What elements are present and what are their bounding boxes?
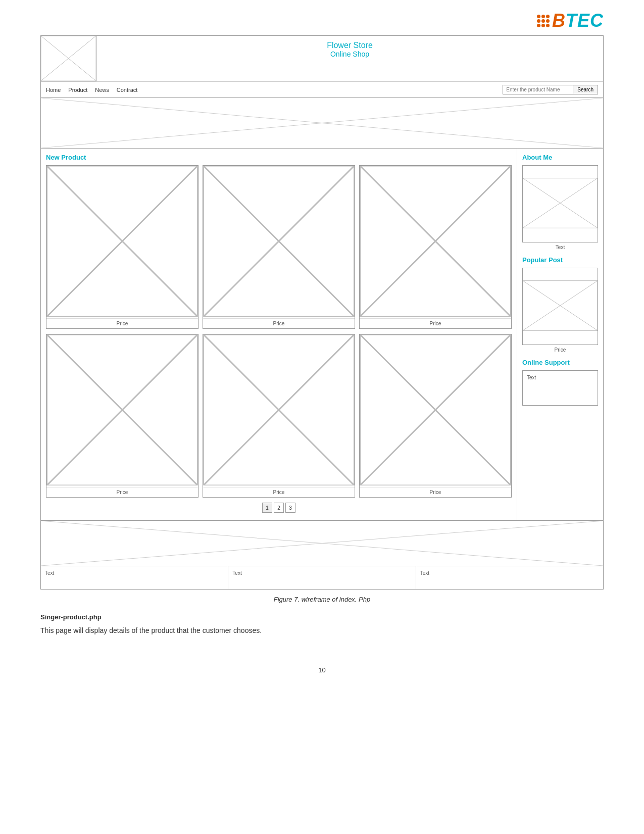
logo-area: BTEC: [40, 10, 604, 31]
product-item-4[interactable]: Price: [46, 334, 199, 498]
about-me-placeholder: [523, 166, 598, 240]
about-me-img: [522, 165, 598, 242]
bottom-footer: Text Text Text: [41, 566, 603, 589]
section-heading: Singer-product.php: [40, 613, 604, 621]
nav-contract[interactable]: Contract: [117, 87, 138, 93]
product-price-2: Price: [203, 319, 355, 328]
about-me-title: About Me: [522, 154, 598, 161]
footer-banner: [41, 521, 603, 566]
online-support-box: Text: [522, 370, 598, 406]
popular-post-price: Price: [522, 347, 598, 353]
online-support-section: Online Support Text: [522, 359, 598, 406]
page-btn-1[interactable]: 1: [262, 503, 272, 513]
nav-product[interactable]: Product: [68, 87, 87, 93]
wireframe-container: Flower Store Online Shop Home Product Ne…: [40, 35, 604, 590]
footer-col-3: Text: [416, 566, 603, 589]
footer-col-2: Text: [228, 566, 416, 589]
product-price-3: Price: [360, 319, 511, 328]
product-placeholder-svg-3: [360, 166, 511, 317]
nav-links: Home Product News Contract: [46, 87, 503, 93]
search-button[interactable]: Search: [573, 85, 598, 94]
product-item-6[interactable]: Price: [359, 334, 512, 498]
product-img-4: [46, 334, 198, 487]
page-btn-3[interactable]: 3: [285, 503, 295, 513]
product-price-1: Price: [46, 319, 198, 328]
header-logo-box: [41, 36, 96, 81]
product-placeholder-svg-2: [203, 166, 355, 317]
product-img-2: [203, 166, 355, 319]
about-me-section: About Me Text: [522, 154, 598, 250]
footer-text-3: Text: [420, 570, 429, 576]
product-item-1[interactable]: Price: [46, 165, 199, 329]
nav-home[interactable]: Home: [46, 87, 61, 93]
product-img-1: [46, 166, 198, 319]
store-name: Flower Store: [96, 41, 603, 50]
online-support-text: Text: [527, 375, 593, 380]
online-support-title: Online Support: [522, 359, 598, 366]
banner-placeholder: [41, 98, 603, 148]
product-price-6: Price: [360, 487, 511, 497]
right-panel: About Me Text Popular Post: [517, 149, 603, 520]
product-grid-row2: Price Price: [46, 334, 512, 498]
nav-news[interactable]: News: [95, 87, 109, 93]
popular-post-title: Popular Post: [522, 256, 598, 264]
about-me-text: Text: [522, 244, 598, 250]
new-product-title: New Product: [46, 154, 512, 161]
product-item-3[interactable]: Price: [359, 165, 512, 329]
page-number: 10: [40, 666, 604, 674]
product-img-6: [360, 334, 511, 487]
nav-bar: Home Product News Contract Search: [41, 81, 603, 97]
product-grid-row1: Price Price: [46, 165, 512, 329]
btec-dots: [537, 15, 550, 27]
popular-post-placeholder: [523, 268, 598, 343]
header-section: Flower Store Online Shop Home Product Ne…: [41, 36, 603, 98]
product-item-2[interactable]: Price: [203, 165, 355, 329]
banner-area: [41, 98, 603, 149]
btec-text: BTEC: [552, 10, 604, 31]
search-area: Search: [503, 85, 598, 94]
pagination: 1 2 3: [46, 503, 512, 513]
product-placeholder-svg-4: [46, 334, 198, 485]
footer-banner-placeholder: [41, 521, 603, 566]
product-item-5[interactable]: Price: [203, 334, 355, 498]
footer-col-1: Text: [41, 566, 228, 589]
product-img-3: [360, 166, 511, 319]
product-img-5: [203, 334, 355, 487]
product-price-4: Price: [46, 487, 198, 497]
figure-caption: Figure 7. wireframe of index. Php: [40, 596, 604, 603]
product-placeholder-svg-1: [46, 166, 198, 317]
header-top: Flower Store Online Shop: [41, 36, 603, 81]
logo-placeholder-svg: [41, 36, 96, 81]
popular-post-section: Popular Post Price: [522, 256, 598, 353]
footer-text-2: Text: [232, 570, 241, 576]
popular-post-img: [522, 268, 598, 345]
left-panel: New Product Price: [41, 149, 517, 520]
product-price-5: Price: [203, 487, 355, 497]
product-placeholder-svg-5: [203, 334, 355, 485]
body-text: This page will display details of the pr…: [40, 625, 604, 636]
header-title-area: Flower Store Online Shop: [96, 36, 603, 61]
page-btn-2[interactable]: 2: [274, 503, 284, 513]
search-input[interactable]: [503, 85, 573, 94]
footer-text-1: Text: [45, 570, 54, 576]
shop-name: Online Shop: [96, 50, 603, 58]
main-content: New Product Price: [41, 149, 603, 521]
btec-logo: BTEC: [537, 10, 604, 31]
product-placeholder-svg-6: [360, 334, 511, 485]
